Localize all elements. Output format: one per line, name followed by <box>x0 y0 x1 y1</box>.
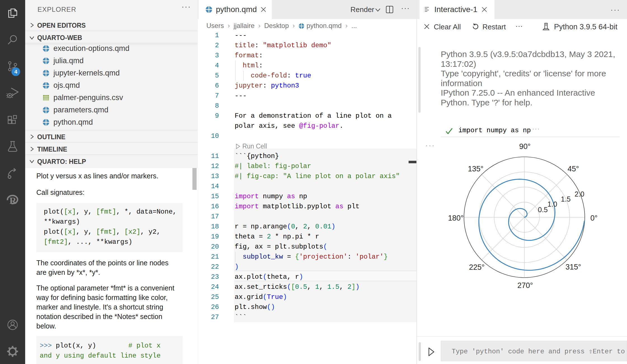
svg-text:270°: 270° <box>517 281 533 290</box>
svg-text:2.0: 2.0 <box>575 190 584 198</box>
svg-text:180°: 180° <box>448 214 464 222</box>
svg-text:1.5: 1.5 <box>561 195 571 203</box>
svg-text:90°: 90° <box>519 142 531 151</box>
svg-text:315°: 315° <box>565 263 581 271</box>
svg-text:0°: 0° <box>590 214 598 222</box>
svg-text:R: R <box>10 195 16 206</box>
svg-text:45°: 45° <box>568 165 579 173</box>
svg-text:135°: 135° <box>468 165 484 173</box>
svg-text:0.5: 0.5 <box>538 206 548 214</box>
svg-text:1.0: 1.0 <box>548 200 557 208</box>
svg-text:225°: 225° <box>469 263 485 271</box>
